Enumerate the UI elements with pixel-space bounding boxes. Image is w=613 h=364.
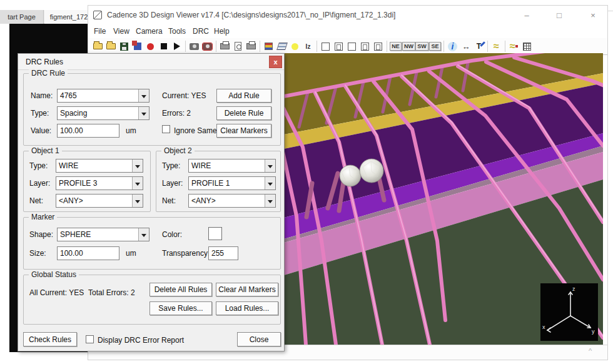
open-design-icon[interactable] (104, 40, 118, 53)
object2-layer-combo[interactable]: PROFILE 1 (188, 176, 276, 190)
play-triangle-icon (174, 43, 180, 50)
view-box-3-icon[interactable] (345, 40, 358, 53)
minimize-button[interactable]: – (519, 8, 535, 22)
all-current-status: All Current: YES (29, 288, 84, 297)
rule-type-combo[interactable]: Spacing (57, 106, 149, 120)
menu-file[interactable]: File (91, 26, 108, 36)
wires-icon[interactable]: ≈ (490, 40, 503, 53)
transparency-input[interactable]: 255 (208, 246, 238, 260)
play-icon[interactable] (170, 40, 183, 53)
save-rules-button[interactable]: Save Rules... (149, 301, 212, 315)
clear-all-markers-button[interactable]: Clear All Markers (216, 283, 278, 296)
close-button[interactable]: × (585, 8, 601, 22)
menu-camera[interactable]: Camera (133, 26, 165, 36)
chevron-down-icon[interactable] (265, 159, 275, 172)
chevron-down-icon[interactable] (138, 228, 149, 241)
title-bar[interactable]: Cadence 3D Design Viewer v17.4 [C:\desig… (88, 6, 607, 24)
dialog-title: DRC Rules (26, 58, 63, 66)
print-preview-icon[interactable] (231, 40, 245, 53)
delete-all-rules-button[interactable]: Delete All Rules (149, 283, 212, 296)
info-icon[interactable]: i (448, 42, 457, 51)
object2-net-combo[interactable]: <ANY> (188, 194, 276, 208)
grid-table-icon[interactable] (520, 40, 534, 53)
add-rule-button[interactable]: Add Rule (216, 89, 271, 103)
save-icon[interactable] (118, 40, 131, 53)
layers-icon[interactable] (275, 40, 288, 53)
view-nw-button[interactable]: NW (402, 42, 415, 51)
menu-view[interactable]: View (111, 26, 132, 36)
snapshot-off-icon[interactable] (201, 40, 214, 53)
axis-z-label: z (572, 286, 575, 292)
marker-shape-combo[interactable]: SPHERE (57, 228, 149, 241)
chevron-down-icon[interactable] (138, 107, 149, 119)
cube-view-icon (322, 43, 330, 51)
measure-icon[interactable]: ↔ (459, 40, 472, 53)
view-box-5-icon[interactable] (372, 40, 385, 53)
rule-name-combo[interactable]: 4765 (57, 89, 149, 103)
maximize-button[interactable]: □ (551, 8, 567, 22)
chevron-down-icon[interactable] (132, 159, 143, 172)
cube-view-icon (374, 43, 382, 51)
object1-net-combo[interactable]: <ANY> (56, 194, 143, 208)
window-title: Cadence 3D Design Viewer v17.4 [C:\desig… (107, 11, 395, 19)
rule-value-input[interactable]: 100.00 (57, 124, 119, 138)
view-box-4-icon[interactable] (358, 40, 372, 53)
view-se-button[interactable]: SE (429, 42, 440, 51)
errors-status: Errors: 2 (162, 109, 191, 118)
view-sw-button[interactable]: SW (415, 42, 428, 51)
chevron-down-icon[interactable] (265, 177, 275, 190)
snapshot-icon[interactable] (188, 40, 201, 53)
ignore-same-net-checkbox[interactable] (162, 125, 170, 133)
object2-type-combo[interactable]: WIRE (188, 159, 276, 173)
annotate-icon[interactable]: T (477, 42, 481, 51)
chevron-down-icon[interactable] (132, 177, 143, 190)
light-icon[interactable] (288, 40, 301, 53)
open-icon[interactable] (91, 40, 104, 53)
print-batch-icon[interactable] (245, 40, 258, 53)
bond-wires-icon[interactable]: ≈ (507, 40, 520, 53)
check-rules-button[interactable]: Check Rules (23, 332, 77, 346)
clear-markers-button[interactable]: Clear Markers (216, 124, 271, 138)
marker-group: Marker (23, 217, 281, 270)
layers-stack-icon (276, 43, 288, 50)
object1-net-value: <ANY> (56, 195, 132, 207)
delete-rule-button[interactable]: Delete Rule (216, 106, 271, 120)
dialog-close-button[interactable]: x (269, 56, 282, 68)
camera-off-icon (203, 43, 212, 50)
dialog-title-bar[interactable]: DRC Rules x (18, 54, 284, 70)
marker-shape-value: SPHERE (58, 228, 138, 241)
record-icon[interactable] (144, 40, 157, 53)
view-box-2-icon[interactable] (332, 40, 345, 53)
cube-view-icon (335, 43, 343, 51)
menu-help[interactable]: Help (211, 26, 232, 36)
stop-icon[interactable] (157, 40, 170, 53)
tab-start-page[interactable]: tart Page (0, 10, 44, 24)
print-icon[interactable] (218, 40, 231, 53)
view-ne-button[interactable]: NE (390, 42, 402, 51)
export-glyph-icon (134, 43, 141, 50)
object1-layer-value: PROFILE 3 (56, 177, 132, 190)
object2-layer-value: PROFILE 1 (189, 177, 265, 190)
menu-tools[interactable]: Tools (166, 26, 188, 36)
save-floppy-icon (120, 43, 128, 51)
chevron-down-icon[interactable] (132, 195, 143, 207)
display-report-checkbox[interactable] (86, 335, 94, 343)
view-box-1-icon[interactable] (319, 40, 332, 53)
chevron-down-icon[interactable] (138, 89, 149, 102)
colors-icon[interactable] (262, 40, 275, 53)
object1-layer-combo[interactable]: PROFILE 3 (56, 176, 143, 190)
axis-triad-box (540, 283, 598, 341)
load-rules-button[interactable]: Load Rules... (216, 301, 278, 315)
marker-color-swatch[interactable] (208, 227, 222, 240)
chevron-down-icon[interactable] (265, 195, 275, 207)
open-folder-icon (93, 43, 103, 49)
close-dialog-button[interactable]: Close (237, 332, 281, 346)
marker-size-input[interactable]: 100.00 (57, 246, 119, 260)
3d-viewport[interactable]: z x y (284, 53, 603, 345)
object1-type-combo[interactable]: WIRE (56, 159, 143, 173)
z-scale-icon[interactable]: Iz (301, 40, 315, 53)
tab-figment-172[interactable]: figment_172 (44, 10, 93, 24)
menu-drc[interactable]: DRC (190, 26, 211, 36)
scroll-up-arrow[interactable]: ^ (589, 347, 592, 355)
export-icon[interactable] (131, 40, 144, 53)
